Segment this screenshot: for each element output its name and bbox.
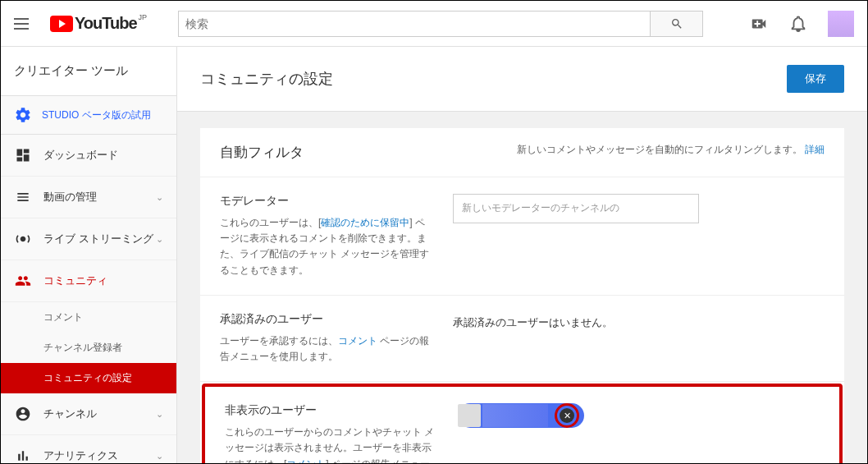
- chevron-down-icon: ⌄: [156, 409, 163, 420]
- moderators-section: モデレーター これらのユーザーは、[確認のために保留中] ページに表示されるコメ…: [200, 177, 844, 296]
- panel-desc: 新しいコメントやメッセージを自動的にフィルタリングします。 詳細: [517, 143, 825, 157]
- page-header: コミュニティの設定 保存: [177, 47, 867, 112]
- moderator-input[interactable]: 新しいモデレーターのチャンネルの: [453, 194, 699, 223]
- search-input[interactable]: [178, 11, 651, 37]
- sidebar-sub-community-settings[interactable]: コミュニティの設定: [1, 363, 176, 393]
- channel-icon: [14, 405, 32, 423]
- header-actions: [749, 11, 854, 37]
- sidebar-item-live[interactable]: ライブ ストリーミング ⌄: [1, 218, 176, 260]
- notifications-icon[interactable]: [788, 14, 808, 34]
- section-help: ユーザーを承認するには、コメント ページの報告メニューを使用します。: [220, 333, 433, 365]
- section-title: 承認済みのユーザー: [220, 312, 433, 327]
- search-button[interactable]: [651, 11, 703, 37]
- sidebar-item-label: ダッシュボード: [43, 148, 163, 163]
- logo-region: JP: [139, 13, 148, 21]
- approved-users-section: 承認済みのユーザー ユーザーを承認するには、コメント ページの報告メニューを使用…: [200, 296, 844, 382]
- sidebar-item-videos[interactable]: 動画の管理 ⌄: [1, 177, 176, 218]
- chevron-down-icon: ⌄: [156, 234, 163, 245]
- play-icon: [50, 16, 73, 32]
- sidebar-item-community[interactable]: コミュニティ: [1, 260, 176, 302]
- create-video-icon[interactable]: [749, 14, 769, 34]
- hidden-users-section: 非表示のユーザー これらのユーザーからのコメントやチャット メッセージは表示され…: [202, 384, 843, 463]
- dashboard-icon: [14, 146, 32, 164]
- sidebar-item-label: ライブ ストリーミング: [43, 232, 156, 246]
- chevron-down-icon: ⌄: [156, 192, 163, 203]
- gear-icon: [14, 106, 32, 124]
- section-help: これらのユーザーからのコメントやチャット メッセージは表示されません。ユーザーを…: [225, 425, 438, 463]
- chip-name-redacted: [482, 404, 548, 427]
- sidebar-sub-subscribers[interactable]: チャンネル登録者: [1, 333, 176, 363]
- hidden-user-chip: ✕: [458, 403, 584, 428]
- menu-icon[interactable]: [14, 14, 34, 34]
- sidebar-item-dashboard[interactable]: ダッシュボード: [1, 135, 176, 177]
- search-form: [178, 11, 703, 37]
- sidebar-sub-comments[interactable]: コメント: [1, 302, 176, 333]
- analytics-icon: [14, 447, 32, 463]
- chevron-down-icon: ⌄: [156, 451, 163, 462]
- main-content: コミュニティの設定 保存 自動フィルタ 新しいコメントやメッセージを自動的にフィ…: [177, 47, 867, 463]
- logo-text: YouTube: [75, 14, 137, 33]
- panel-title: 自動フィルタ: [220, 143, 304, 162]
- sidebar-item-label: コミュニティ: [43, 273, 163, 288]
- sidebar-title: クリエイター ツール: [1, 47, 176, 96]
- videos-icon: [14, 188, 32, 206]
- highlight-ring: ✕: [555, 403, 579, 428]
- avatar[interactable]: [828, 11, 854, 37]
- sidebar-item-label: アナリティクス: [43, 448, 156, 463]
- details-link[interactable]: 詳細: [805, 144, 825, 155]
- sidebar-item-label: 動画の管理: [43, 190, 156, 204]
- sidebar-item-analytics[interactable]: アナリティクス ⌄: [1, 435, 176, 463]
- remove-user-button[interactable]: ✕: [560, 408, 574, 423]
- comments-link[interactable]: コメント: [338, 335, 377, 347]
- page-title: コミュニティの設定: [200, 69, 333, 89]
- sidebar-item-channel[interactable]: チャンネル ⌄: [1, 393, 176, 435]
- close-icon: ✕: [564, 411, 571, 421]
- sidebar: クリエイター ツール STUDIO ベータ版の試用 ダッシュボード 動画の管理 …: [1, 47, 177, 463]
- held-for-review-link[interactable]: 確認のために保留中: [321, 217, 409, 228]
- sidebar-studio-label: STUDIO ベータ版の試用: [42, 108, 151, 122]
- save-button[interactable]: 保存: [787, 65, 844, 93]
- search-icon: [670, 17, 683, 30]
- auto-filter-panel: 自動フィルタ 新しいコメントやメッセージを自動的にフィルタリングします。 詳細 …: [200, 128, 844, 463]
- sidebar-item-label: チャンネル: [43, 407, 156, 421]
- chip-avatar: [458, 404, 481, 427]
- section-help: これらのユーザーは、[確認のために保留中] ページに表示されるコメントを削除でき…: [220, 215, 433, 278]
- approved-empty-text: 承認済みのユーザーはいません。: [453, 312, 825, 330]
- comments-link[interactable]: コメント: [286, 458, 326, 464]
- section-title: 非表示のユーザー: [225, 403, 438, 418]
- section-title: モデレーター: [220, 194, 433, 209]
- youtube-logo[interactable]: YouTube JP: [50, 14, 145, 33]
- sidebar-studio-beta[interactable]: STUDIO ベータ版の試用: [1, 96, 176, 135]
- header: YouTube JP: [1, 1, 867, 47]
- community-icon: [14, 272, 32, 290]
- live-icon: [14, 230, 32, 248]
